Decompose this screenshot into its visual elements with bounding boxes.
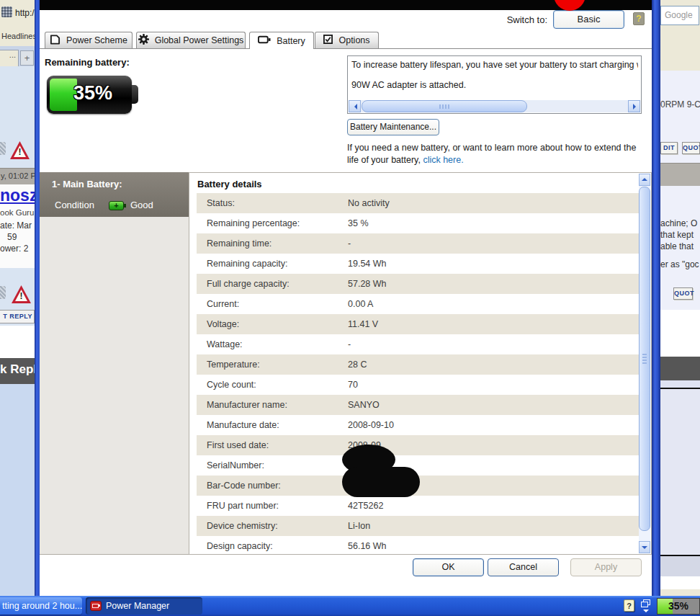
scroll-down-arrow[interactable] — [639, 541, 650, 553]
quote-button[interactable]: QUOT — [673, 287, 693, 300]
tray-help-icon[interactable]: ? — [624, 599, 634, 612]
green-battery-icon — [109, 201, 124, 210]
row-label: Cycle count: — [197, 380, 348, 390]
post-timestamp: y, 01:02 P — [1, 171, 35, 180]
table-row: Manufacture date:2008-09-10 — [197, 415, 640, 435]
cancel-button[interactable]: Cancel — [488, 558, 559, 576]
row-value: 2008-09-10 — [348, 420, 640, 430]
click-here-link[interactable]: click here. — [423, 155, 463, 165]
tab-label: Power Scheme — [66, 35, 127, 45]
row-value: 0.00 A — [348, 299, 640, 309]
taskbar: tting around 2 hou... Power Manager ? 35… — [0, 596, 700, 616]
switch-to-basic-button[interactable]: Basic — [553, 10, 624, 29]
browser-toolbar: http:/ Headlines — [0, 0, 35, 47]
post-text-line: er as "goc — [660, 259, 699, 269]
main-battery-title: 1- Main Battery: — [52, 179, 122, 189]
browser-tab[interactable]: ... — [0, 50, 19, 66]
row-value: 42T5262 — [348, 501, 640, 511]
user-stat-line: ower: 2 — [0, 244, 28, 254]
username-link[interactable]: nosz — [0, 186, 35, 205]
row-label: SerialNumber: — [197, 460, 348, 470]
row-label: Remaining percentage: — [197, 218, 348, 228]
tray-window-icon[interactable] — [641, 599, 650, 607]
row-value: - — [348, 339, 640, 349]
details-vertical-scrollbar[interactable] — [639, 174, 650, 553]
battery-gauge: 35% — [47, 76, 132, 114]
reply-footer-band — [660, 556, 700, 576]
row-label: Remaining time: — [197, 238, 348, 249]
infobox-horizontal-scrollbar[interactable] — [349, 100, 640, 112]
favicon-icon — [1, 6, 12, 17]
page-gap — [660, 576, 700, 589]
remaining-battery-label: Remaining battery: — [45, 57, 130, 68]
tray-battery-percent: 35% — [658, 600, 699, 612]
row-label: Device chemistry: — [197, 521, 348, 531]
tab-baseline — [40, 48, 652, 49]
headlines-link[interactable]: Headlines — [1, 32, 35, 40]
quick-reply-bar — [660, 357, 700, 380]
row-value: 35 % — [348, 218, 640, 228]
main-battery-header[interactable]: 1- Main Battery: Condition Good — [40, 172, 189, 217]
charge-threshold-infobox: To increase battery lifespan, you have s… — [347, 55, 642, 114]
reply-box-edge — [660, 380, 700, 388]
apply-button[interactable]: Apply — [570, 558, 642, 576]
table-row: Voltage:11.41 V — [197, 314, 640, 334]
reply-text-area[interactable] — [660, 389, 700, 555]
help-icon[interactable]: ? — [633, 12, 645, 25]
ok-button[interactable]: OK — [413, 558, 484, 576]
table-row: Cycle count:70 — [197, 375, 640, 395]
row-label: Voltage: — [197, 319, 348, 329]
taskbar-item-browser[interactable]: tting around 2 hou... — [0, 597, 82, 615]
post-header-bar — [660, 163, 700, 186]
table-row: SerialNumber: — [197, 455, 640, 476]
window-border-left — [35, 0, 40, 596]
page-gap — [660, 310, 700, 357]
row-value: SANYO — [348, 400, 640, 410]
tab-label: Global Power Settings — [155, 35, 244, 45]
scroll-up-arrow[interactable] — [639, 174, 650, 186]
table-row: Design capacity:56.16 Wh — [197, 536, 640, 553]
tab-power-scheme[interactable]: Power Scheme — [45, 32, 133, 48]
black-redaction-blob — [342, 467, 420, 497]
google-placeholder: Google — [665, 10, 693, 20]
row-value: 11.41 V — [348, 319, 640, 329]
scrollbar-thumb[interactable] — [639, 187, 650, 531]
row-value: Li-Ion — [348, 521, 640, 531]
taskbar-item-power-manager[interactable]: Power Manager — [86, 597, 202, 615]
quote-button[interactable]: QUOT — [682, 142, 700, 154]
scroll-left-arrow[interactable] — [349, 100, 361, 112]
address-bar-text[interactable]: http:/ — [15, 8, 35, 18]
row-value: 28 C — [348, 360, 640, 370]
post-text-line: that kept — [660, 230, 694, 240]
infobox-text-line2: 90W AC adapter is attached. — [351, 80, 638, 90]
row-label: Design capacity: — [197, 541, 348, 551]
tray-battery-indicator[interactable]: 35% — [657, 598, 700, 615]
tab-battery[interactable]: Battery — [249, 32, 314, 49]
edit-button[interactable]: DIT — [660, 142, 678, 154]
background-browser-left: http:/ Headlines ... + ! y, 01:02 P nosz… — [0, 0, 35, 596]
tray-caret-icon[interactable] — [643, 610, 649, 615]
scroll-right-arrow[interactable] — [628, 100, 640, 112]
row-label: Current: — [197, 299, 348, 309]
tab-label: Battery — [277, 36, 305, 46]
page-footer-area — [0, 384, 35, 596]
battery-maintenance-button[interactable]: Battery Maintenance... — [347, 119, 439, 135]
screen: http:/ Headlines ... + ! y, 01:02 P nosz… — [0, 0, 700, 616]
gear-icon — [138, 34, 149, 47]
tab-options[interactable]: Options — [315, 32, 379, 48]
power-manager-dialog: Switch to: Basic ? Power Scheme Global P… — [40, 0, 652, 596]
battery-details-panel: Battery details Status:No activityRemain… — [189, 172, 652, 555]
tab-label: Options — [338, 35, 369, 45]
warning-icon: ! — [12, 285, 31, 303]
new-tab-button[interactable]: + — [20, 50, 34, 66]
google-search-box[interactable]: Google — [660, 6, 699, 25]
table-row: Temperature:28 C — [197, 354, 640, 375]
browser-tab-row: ... + — [0, 46, 35, 66]
post-header-bar: y, 01:02 P — [0, 168, 35, 185]
scrollbar-thumb[interactable] — [362, 100, 527, 112]
row-label: Manufacture date: — [197, 420, 348, 430]
reply-button-small[interactable]: T REPLY — [0, 310, 35, 323]
tab-global-power-settings[interactable]: Global Power Settings — [136, 32, 246, 48]
row-label: Remaining capacity: — [197, 259, 348, 269]
row-label: Temperature: — [197, 360, 348, 370]
